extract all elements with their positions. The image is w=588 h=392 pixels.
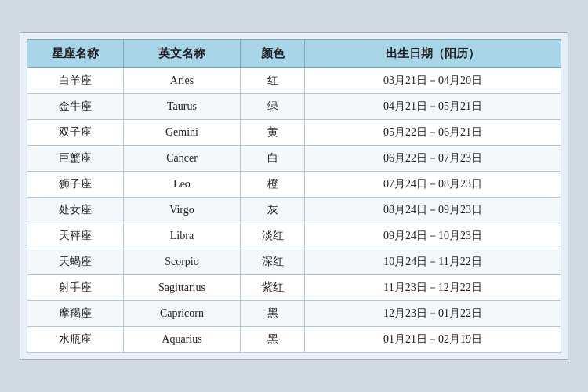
cell-color: 黑 (241, 301, 305, 327)
cell-chinese-name: 双子座 (27, 120, 124, 146)
header-color: 颜色 (241, 40, 305, 68)
cell-color: 白 (241, 146, 305, 172)
cell-color: 黑 (241, 327, 305, 353)
cell-color: 淡红 (241, 223, 305, 249)
table-row: 处女座Virgo灰08月24日－09月23日 (27, 198, 561, 223)
cell-english-name: Gemini (123, 120, 241, 146)
cell-date: 10月24日－11月22日 (305, 249, 561, 275)
cell-date: 09月24日－10月23日 (305, 223, 561, 249)
cell-date: 11月23日－12月22日 (305, 275, 561, 301)
cell-chinese-name: 摩羯座 (27, 301, 124, 327)
table-row: 巨蟹座Cancer白06月22日－07月23日 (27, 146, 561, 172)
cell-date: 01月21日－02月19日 (305, 327, 561, 353)
cell-date: 03月21日－04月20日 (305, 68, 561, 94)
cell-english-name: Taurus (123, 94, 241, 120)
table-row: 射手座Sagittarius紫红11月23日－12月22日 (27, 275, 561, 301)
table-row: 天蝎座Scorpio深红10月24日－11月22日 (27, 249, 561, 275)
cell-date: 12月23日－01月22日 (305, 301, 561, 327)
table-row: 摩羯座Capricorn黑12月23日－01月22日 (27, 301, 561, 327)
header-english-name: 英文名称 (123, 40, 241, 68)
cell-date: 08月24日－09月23日 (305, 198, 561, 223)
cell-color: 绿 (241, 94, 305, 120)
table-row: 水瓶座Aquarius黑01月21日－02月19日 (27, 327, 561, 353)
cell-date: 05月22日－06月21日 (305, 120, 561, 146)
header-chinese-name: 星座名称 (27, 40, 124, 68)
cell-date: 06月22日－07月23日 (305, 146, 561, 172)
cell-english-name: Cancer (123, 146, 241, 172)
cell-color: 紫红 (241, 275, 305, 301)
cell-chinese-name: 射手座 (27, 275, 124, 301)
cell-english-name: Leo (123, 172, 241, 198)
cell-color: 红 (241, 68, 305, 94)
cell-color: 橙 (241, 172, 305, 198)
table-header-row: 星座名称 英文名称 颜色 出生日期（阳历） (27, 40, 561, 68)
table-row: 天秤座Libra淡红09月24日－10月23日 (27, 223, 561, 249)
cell-chinese-name: 巨蟹座 (27, 146, 124, 172)
cell-chinese-name: 天秤座 (27, 223, 124, 249)
cell-english-name: Sagittarius (123, 275, 241, 301)
cell-chinese-name: 金牛座 (27, 94, 124, 120)
table-row: 金牛座Taurus绿04月21日－05月21日 (27, 94, 561, 120)
zodiac-table-container: 星座名称 英文名称 颜色 出生日期（阳历） 白羊座Aries红03月21日－04… (20, 32, 568, 360)
cell-chinese-name: 天蝎座 (27, 249, 124, 275)
cell-color: 灰 (241, 198, 305, 223)
cell-color: 黄 (241, 120, 305, 146)
cell-english-name: Scorpio (123, 249, 241, 275)
cell-date: 04月21日－05月21日 (305, 94, 561, 120)
cell-english-name: Libra (123, 223, 241, 249)
cell-date: 07月24日－08月23日 (305, 172, 561, 198)
table-row: 白羊座Aries红03月21日－04月20日 (27, 68, 561, 94)
cell-chinese-name: 狮子座 (27, 172, 124, 198)
cell-english-name: Virgo (123, 198, 241, 223)
header-date: 出生日期（阳历） (305, 40, 561, 68)
cell-english-name: Aquarius (123, 327, 241, 353)
cell-english-name: Aries (123, 68, 241, 94)
zodiac-table: 星座名称 英文名称 颜色 出生日期（阳历） 白羊座Aries红03月21日－04… (27, 39, 561, 353)
table-row: 狮子座Leo橙07月24日－08月23日 (27, 172, 561, 198)
cell-color: 深红 (241, 249, 305, 275)
table-row: 双子座Gemini黄05月22日－06月21日 (27, 120, 561, 146)
cell-english-name: Capricorn (123, 301, 241, 327)
cell-chinese-name: 白羊座 (27, 68, 124, 94)
cell-chinese-name: 水瓶座 (27, 327, 124, 353)
cell-chinese-name: 处女座 (27, 198, 124, 223)
